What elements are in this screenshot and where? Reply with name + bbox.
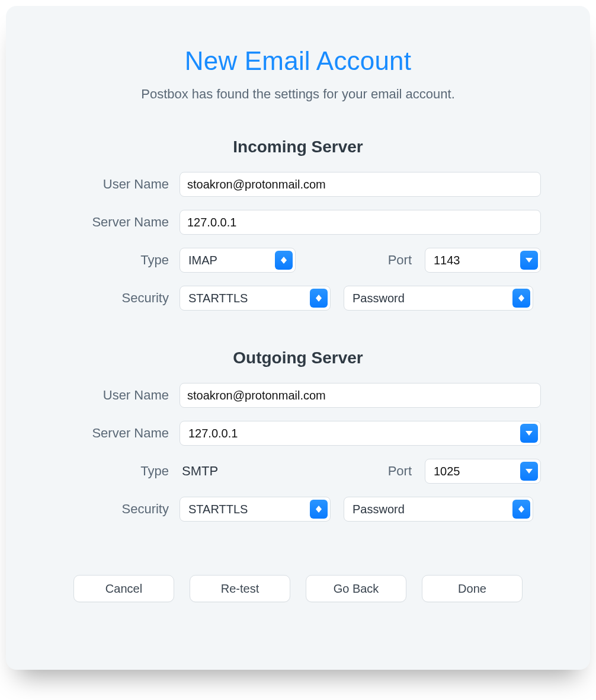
outgoing-security-label: Security (55, 501, 169, 517)
incoming-username-input[interactable]: stoakron@protonmail.com (180, 172, 541, 197)
incoming-server-label: Server Name (55, 215, 169, 230)
cancel-button[interactable]: Cancel (73, 575, 174, 602)
incoming-form: User Name stoakron@protonmail.com Server… (55, 172, 541, 311)
account-setup-window: New Email Account Postbox has found the … (6, 6, 590, 670)
footer-buttons: Cancel Re-test Go Back Done (6, 575, 590, 602)
incoming-type-select[interactable]: IMAP (180, 248, 296, 273)
incoming-port-combo[interactable]: 1143 (425, 248, 541, 273)
up-down-icon (512, 500, 530, 519)
outgoing-type-text: SMTP (180, 464, 218, 479)
outgoing-username-label: User Name (55, 388, 169, 403)
incoming-type-label: Type (55, 252, 169, 268)
chevron-down-icon (520, 251, 538, 270)
outgoing-type-label: Type (55, 464, 169, 479)
outgoing-port-combo[interactable]: 1025 (425, 459, 541, 484)
incoming-security-select[interactable]: STARTTLS (180, 286, 331, 311)
outgoing-port-label: Port (383, 464, 412, 479)
up-down-icon (275, 251, 293, 270)
incoming-security-label: Security (55, 290, 169, 306)
outgoing-server-combo[interactable]: 127.0.0.1 (180, 421, 541, 446)
outgoing-form: User Name stoakron@protonmail.com Server… (55, 383, 541, 522)
incoming-heading: Incoming Server (6, 138, 590, 156)
incoming-auth-select[interactable]: Password (344, 286, 533, 311)
up-down-icon (310, 289, 328, 308)
up-down-icon (310, 500, 328, 519)
chevron-down-icon (520, 462, 538, 481)
outgoing-heading: Outgoing Server (6, 349, 590, 367)
page-title: New Email Account (6, 46, 590, 76)
incoming-server-input[interactable]: 127.0.0.1 (180, 210, 541, 235)
chevron-down-icon (520, 424, 538, 443)
done-button[interactable]: Done (422, 575, 523, 602)
outgoing-auth-select[interactable]: Password (344, 497, 533, 522)
retest-button[interactable]: Re-test (190, 575, 290, 602)
outgoing-server-label: Server Name (55, 426, 169, 441)
outgoing-security-select[interactable]: STARTTLS (180, 497, 331, 522)
go-back-button[interactable]: Go Back (306, 575, 406, 602)
incoming-username-label: User Name (55, 177, 169, 192)
incoming-port-label: Port (383, 252, 412, 268)
outgoing-username-input[interactable]: stoakron@protonmail.com (180, 383, 541, 408)
page-subtitle: Postbox has found the settings for your … (6, 87, 590, 102)
up-down-icon (512, 289, 530, 308)
